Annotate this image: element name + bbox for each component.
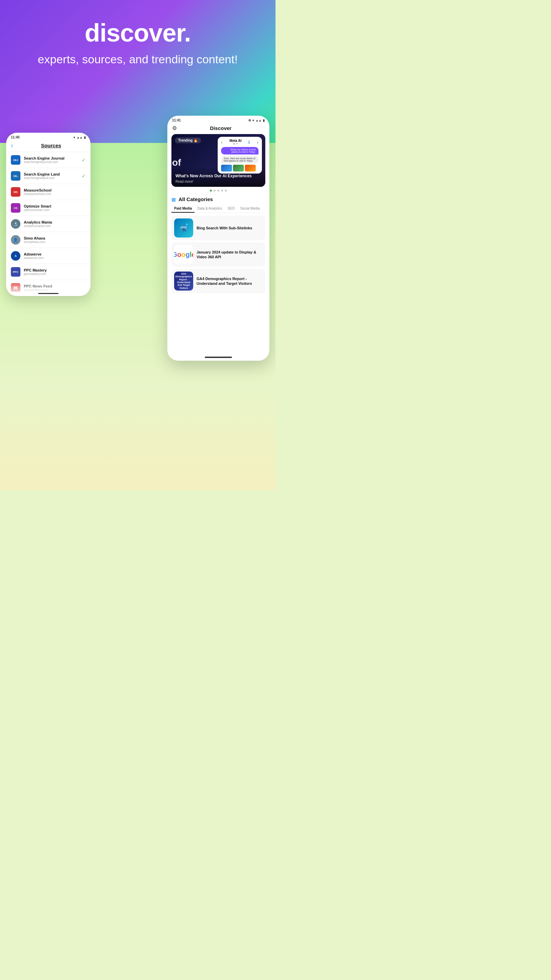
tab-data-analytics[interactable]: Data & Analytics	[195, 205, 225, 213]
source-url: analyticsmania.com	[24, 224, 86, 228]
chat-bot-info: Meta AI AI ✦	[230, 139, 241, 145]
source-info: Optimize Smart optimizesmart.com	[24, 204, 86, 212]
trending-article-title: What's New Across Our AI Experiences	[176, 173, 261, 178]
dot-5[interactable]	[225, 189, 227, 192]
category-tabs: Paid Media Data & Analytics SEO Social M…	[171, 205, 265, 213]
tab-artificial-i[interactable]: Artificial I	[262, 205, 265, 213]
source-info: Search Engine Land searchengineland.com	[24, 172, 82, 180]
battery-icon: ▮	[84, 136, 86, 139]
list-item[interactable]: SEL Search Engine Land searchengineland.…	[6, 168, 91, 184]
adswerve-logo: A	[11, 251, 21, 261]
wifi-right-icon: ▾	[252, 119, 254, 122]
ms-logo: MS	[11, 187, 21, 197]
chat-message-in: Sure. Here are some Reels of best places…	[221, 156, 259, 163]
dot-4[interactable]	[221, 189, 223, 192]
chat-thumbnails	[221, 165, 259, 172]
list-item[interactable]: 🔬 Analytics Mania analyticsmania.com	[6, 216, 91, 232]
status-bar-left: 11:40 ▾ ▲▲ ▮	[6, 133, 91, 140]
chat-nav-prev[interactable]: ‹	[221, 140, 223, 145]
source-url: searchengineland.com	[24, 176, 82, 180]
source-name: Search Engine Land	[24, 172, 82, 176]
signal-right-icon: ▲▲	[256, 119, 262, 122]
os-logo: OS	[11, 203, 21, 213]
checkmark-icon: ✓	[82, 173, 86, 179]
source-url: simoahava.com	[24, 240, 86, 243]
categories-icon: ▦	[171, 197, 176, 202]
chat-bot-subtitle: AI ✦	[230, 143, 241, 145]
list-item[interactable]: A Adswerve adswerve.com	[6, 248, 91, 264]
chat-nav-next[interactable]: ›	[257, 140, 259, 145]
gear-icon[interactable]: ⚙	[172, 125, 177, 131]
chat-info-icon[interactable]: ℹ	[248, 140, 250, 145]
phone-sources: 11:40 ▾ ▲▲ ▮ ‹ Sources SEJ Search Engine…	[6, 133, 91, 296]
categories-title: All Categories	[179, 196, 213, 202]
source-url: adswerve.com	[24, 256, 86, 259]
list-item[interactable]: PPC PPC Mastery ppcmastery.com	[6, 264, 91, 280]
source-name: Analytics Mania	[24, 220, 86, 224]
dot-indicators	[167, 187, 269, 194]
dot-2[interactable]	[214, 189, 216, 192]
list-item[interactable]: 👤 Simo Ahava simoahava.com	[6, 232, 91, 248]
status-bar-right: 11:41 ⚙ ▾ ▲▲ ▮	[167, 116, 269, 124]
source-info: MeasureSchool measureschool.com	[24, 188, 86, 196]
status-icons-left: ▾ ▲▲ ▮	[73, 136, 86, 139]
thumb-3	[245, 165, 256, 172]
discover-title: Discover	[177, 125, 265, 131]
signal-icon: ▲▲	[76, 136, 83, 139]
source-name: Simo Ahava	[24, 236, 86, 240]
article-title: January 2024 update to Display & Video 3…	[197, 250, 263, 259]
sources-title: Sources	[16, 143, 86, 148]
article-card[interactable]: GA4DemographicsReport -UnderstandAnd Tar…	[171, 269, 265, 293]
tab-social-media[interactable]: Social Media	[237, 205, 262, 213]
article-title: GA4 Demographics Report - Understand and…	[197, 276, 263, 286]
chat-message-out: Show me videos of best places to visit i…	[221, 147, 259, 154]
tab-paid-media[interactable]: Paid Media	[171, 205, 195, 213]
of-text: of	[172, 157, 181, 168]
chat-bot-name: Meta AI	[230, 139, 241, 143]
source-info: PPC Mastery ppcmastery.com	[24, 268, 86, 275]
chat-bubble: ‹ Meta AI AI ✦ ℹ › Show me videos of bes…	[218, 137, 262, 173]
time-right: 11:41	[172, 118, 181, 122]
article-thumb-bing: 🤿	[174, 218, 193, 237]
home-indicator	[38, 293, 59, 294]
source-name: Adswerve	[24, 252, 86, 256]
list-item[interactable]: MS MeasureSchool measureschool.com	[6, 184, 91, 200]
source-info: Adswerve adswerve.com	[24, 252, 86, 259]
trending-card[interactable]: Trending 🔥 of ‹ Meta AI AI ✦ ℹ › Show me…	[171, 134, 265, 187]
time-left: 11:40	[11, 135, 20, 139]
dot-1[interactable]	[210, 189, 212, 192]
page-title: discover.	[0, 21, 275, 46]
article-title: Bing Search With Sub-Sitelinks	[197, 226, 252, 231]
status-icons-right: ⚙ ▾ ▲▲ ▮	[248, 119, 265, 122]
ppc-logo: PPC	[11, 267, 21, 277]
tab-seo[interactable]: SEO	[225, 205, 237, 213]
source-name: Search Engine Journal	[24, 156, 82, 160]
all-categories-section: ▦ All Categories Paid Media Data & Analy…	[167, 194, 269, 293]
article-thumb-google: Google	[174, 245, 193, 264]
source-list: SEJ Search Engine Journal searchenginejo…	[6, 152, 91, 292]
source-url: ppcmastery.com	[24, 272, 86, 275]
source-url: searchenginejournal.com	[24, 160, 82, 164]
article-thumb-ga4: GA4DemographicsReport -UnderstandAnd Tar…	[174, 272, 193, 291]
read-more-link[interactable]: Read more!	[176, 180, 261, 183]
back-button[interactable]: ‹	[11, 142, 13, 149]
article-card[interactable]: 🤿 Bing Search With Sub-Sitelinks	[171, 216, 265, 240]
list-item[interactable]: OS Optimize Smart optimizesmart.com	[6, 200, 91, 216]
list-item[interactable]: SEJ Search Engine Journal searchenginejo…	[6, 152, 91, 168]
checkmark-icon: ✓	[82, 157, 86, 163]
source-name: PPC Mastery	[24, 268, 86, 272]
source-name: Optimize Smart	[24, 204, 86, 208]
article-card[interactable]: Google January 2024 update to Display & …	[171, 242, 265, 267]
chat-header: ‹ Meta AI AI ✦ ℹ ›	[221, 139, 259, 145]
discover-header: ⚙ Discover	[167, 124, 269, 134]
source-url: measureschool.com	[24, 192, 86, 196]
source-info: Simo Ahava simoahava.com	[24, 236, 86, 243]
thumb-1	[221, 165, 232, 172]
header-section: discover. experts, sources, and trending…	[0, 21, 275, 67]
home-indicator-right	[205, 356, 232, 358]
wifi-icon: ▾	[73, 136, 75, 139]
source-info: Search Engine Journal searchenginejourna…	[24, 156, 82, 164]
am-logo: 🔬	[11, 219, 21, 229]
dot-3[interactable]	[218, 189, 219, 192]
source-info: Analytics Mania analyticsmania.com	[24, 220, 86, 228]
